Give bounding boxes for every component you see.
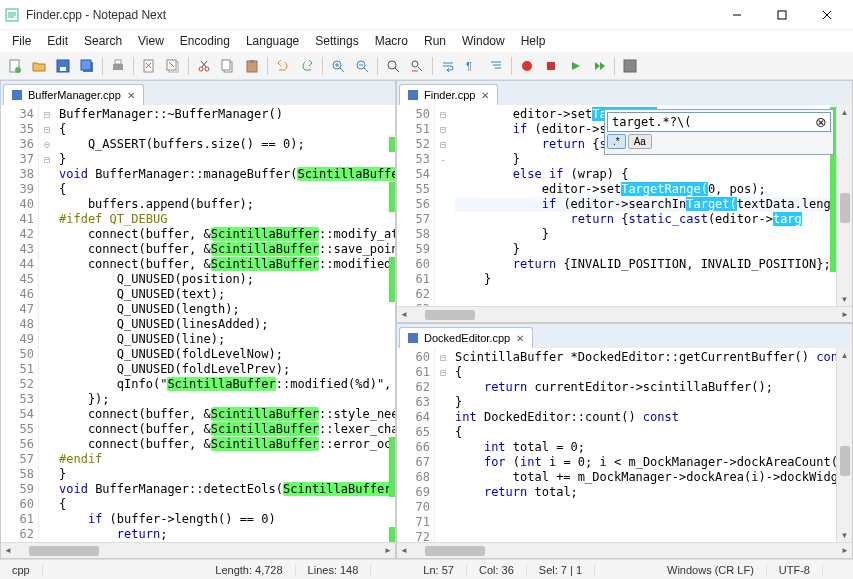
search-input[interactable]	[608, 113, 812, 131]
menu-run[interactable]: Run	[416, 32, 454, 50]
close-icon[interactable]	[138, 55, 160, 77]
svg-rect-24	[222, 60, 230, 70]
scrollbar-vertical[interactable]: ▲ ▼	[836, 348, 852, 542]
save-icon[interactable]	[52, 55, 74, 77]
status-col: Col: 36	[467, 564, 527, 576]
zoom-out-icon[interactable]	[351, 55, 373, 77]
svg-point-6	[15, 67, 21, 73]
window-title: Finder.cpp - Notepad Next	[26, 8, 714, 22]
scroll-right-icon[interactable]: ►	[838, 544, 852, 558]
copy-icon[interactable]	[217, 55, 239, 77]
statusbar: cpp Length: 4,728 Lines: 148 Ln: 57 Col:…	[0, 559, 853, 579]
editor-left[interactable]: 34 35 36 37 38 39 40 41 42 43 44 45 46 4…	[1, 105, 395, 542]
tab-buffermanager[interactable]: BufferManager.cpp ✕	[3, 84, 144, 105]
editor-right-bottom[interactable]: 60 61 62 63 64 65 66 67 68 69 70 71 72 7…	[397, 348, 852, 542]
svg-text:¶: ¶	[466, 60, 472, 72]
svg-rect-45	[408, 90, 418, 100]
tab-close-icon[interactable]: ✕	[479, 89, 491, 101]
menu-view[interactable]: View	[130, 32, 172, 50]
menu-file[interactable]: File	[4, 32, 39, 50]
tab-finder[interactable]: Finder.cpp ✕	[399, 84, 498, 105]
code-area[interactable]: BufferManager::~BufferManager(){ Q_ASSER…	[55, 105, 395, 542]
titlebar: Finder.cpp - Notepad Next	[0, 0, 853, 30]
svg-rect-11	[113, 64, 123, 70]
tabs-left: BufferManager.cpp ✕	[1, 81, 395, 105]
svg-rect-2	[778, 11, 786, 19]
menu-window[interactable]: Window	[454, 32, 513, 50]
status-ln: Ln: 57	[411, 564, 467, 576]
indent-guides-icon[interactable]	[485, 55, 507, 77]
scrollbar-vertical[interactable]: ▲ ▼	[836, 105, 852, 306]
scroll-left-icon[interactable]: ◄	[1, 544, 15, 558]
tab-close-icon[interactable]: ✕	[125, 89, 137, 101]
menu-search[interactable]: Search	[76, 32, 130, 50]
status-sel: Sel: 7 | 1	[527, 564, 595, 576]
print-icon[interactable]	[107, 55, 129, 77]
word-wrap-icon[interactable]	[437, 55, 459, 77]
svg-rect-44	[12, 90, 22, 100]
play-macro-multi-icon[interactable]	[588, 55, 610, 77]
menu-encoding[interactable]: Encoding	[172, 32, 238, 50]
svg-point-34	[388, 61, 396, 69]
record-macro-icon[interactable]	[516, 55, 538, 77]
open-file-icon[interactable]	[28, 55, 50, 77]
svg-rect-12	[115, 60, 121, 64]
line-gutter: 50 51 52 53 54 55 56 57 58 59 60 61 62 6…	[397, 105, 435, 306]
redo-icon[interactable]	[296, 55, 318, 77]
svg-rect-8	[60, 67, 66, 71]
window-close[interactable]	[804, 1, 849, 29]
menubar: File Edit Search View Encoding Language …	[0, 30, 853, 52]
scroll-right-icon[interactable]: ►	[381, 544, 395, 558]
menu-macro[interactable]: Macro	[367, 32, 416, 50]
save-macro-icon[interactable]	[619, 55, 641, 77]
menu-language[interactable]: Language	[238, 32, 307, 50]
new-file-icon[interactable]	[4, 55, 26, 77]
code-area[interactable]: ScintillaBuffer *DockedEditor::getCurren…	[451, 348, 836, 542]
line-gutter: 34 35 36 37 38 39 40 41 42 43 44 45 46 4…	[1, 105, 39, 542]
scroll-right-icon[interactable]: ►	[838, 308, 852, 322]
toolbar: ¶	[0, 52, 853, 80]
stop-macro-icon[interactable]	[540, 55, 562, 77]
menu-settings[interactable]: Settings	[307, 32, 366, 50]
svg-line-21	[202, 61, 207, 67]
clear-search-icon[interactable]: ⊗	[812, 114, 830, 130]
editor-right-top[interactable]: 50 51 52 53 54 55 56 57 58 59 60 61 62 6…	[397, 105, 852, 306]
fold-gutter[interactable]: ⊟⊟⊟-	[435, 105, 451, 306]
show-whitespace-icon[interactable]: ¶	[461, 55, 483, 77]
tab-close-icon[interactable]: ✕	[514, 332, 526, 344]
window-minimize[interactable]	[714, 1, 759, 29]
svg-rect-10	[81, 60, 91, 70]
find-icon[interactable]	[382, 55, 404, 77]
tab-dockededitor[interactable]: DockedEditor.cpp ✕	[399, 327, 533, 348]
menu-help[interactable]: Help	[513, 32, 554, 50]
close-all-icon[interactable]	[162, 55, 184, 77]
svg-point-36	[412, 61, 418, 67]
replace-icon[interactable]	[406, 55, 428, 77]
paste-icon[interactable]	[241, 55, 263, 77]
scrollbar-horizontal[interactable]: ◄ ►	[1, 542, 395, 558]
menu-edit[interactable]: Edit	[39, 32, 76, 50]
window-maximize[interactable]	[759, 1, 804, 29]
status-lines: Lines: 148	[296, 564, 372, 576]
fold-gutter[interactable]: ⊟⊟	[435, 348, 451, 542]
save-all-icon[interactable]	[76, 55, 98, 77]
quick-search: ⊗ .* Aa	[604, 109, 834, 155]
zoom-in-icon[interactable]	[327, 55, 349, 77]
scroll-left-icon[interactable]: ◄	[397, 544, 411, 558]
editor-pane-left: BufferManager.cpp ✕ 34 35 36 37 38 39 40…	[0, 80, 396, 559]
regex-toggle[interactable]: .*	[607, 134, 626, 149]
status-encoding[interactable]: UTF-8	[767, 564, 823, 576]
scroll-left-icon[interactable]: ◄	[397, 308, 411, 322]
tabs-right-top: Finder.cpp ✕	[397, 81, 852, 105]
editor-pane-right-bottom: DockedEditor.cpp ✕ 60 61 62 63 64 65 66 …	[396, 323, 853, 559]
match-case-toggle[interactable]: Aa	[628, 134, 652, 149]
undo-icon[interactable]	[272, 55, 294, 77]
cut-icon[interactable]	[193, 55, 215, 77]
status-eol[interactable]: Windows (CR LF)	[655, 564, 767, 576]
status-length: Length: 4,728	[203, 564, 295, 576]
status-lang: cpp	[0, 564, 43, 576]
scrollbar-horizontal[interactable]: ◄ ►	[397, 306, 852, 322]
play-macro-icon[interactable]	[564, 55, 586, 77]
fold-gutter[interactable]: ⊟⊟⊖⊟	[39, 105, 55, 542]
scrollbar-horizontal[interactable]: ◄ ►	[397, 542, 852, 558]
